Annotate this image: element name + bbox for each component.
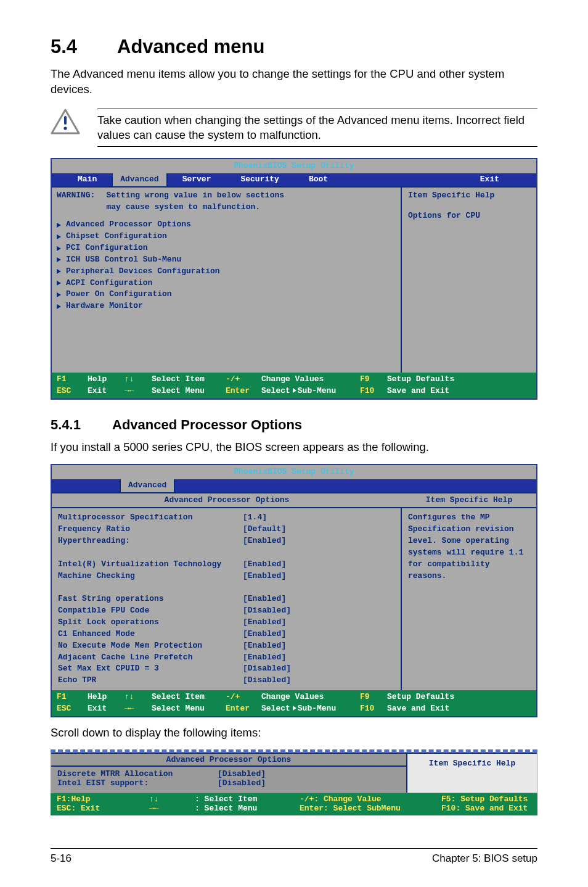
setting-row[interactable]: Intel(R) Virtualization Technology[Enabl… <box>58 559 394 571</box>
caution-icon <box>51 109 80 138</box>
warning-line1: Setting wrong value in below sections <box>106 191 284 200</box>
help-body: Configures the MP Specification revision… <box>402 507 536 690</box>
chapter-label: Chapter 5: BIOS setup <box>432 852 537 865</box>
settings-list: Discrete MTRR Allocation[Disabled] Intel… <box>51 765 406 793</box>
bios-title: PhoenixBIOS Setup Utility <box>52 159 536 173</box>
menu-item[interactable]: Chipset Configuration <box>57 231 396 242</box>
triangle-icon <box>293 388 296 393</box>
setting-row[interactable]: Adjacent Cache Line Prefetch[Enabled] <box>58 652 394 664</box>
help-title: Item Specific Help <box>402 492 536 508</box>
menu-item[interactable]: ICH USB Control Sub-Menu <box>57 254 396 266</box>
tab-server[interactable]: Server <box>168 173 226 186</box>
tab-advanced[interactable]: Advanced <box>112 173 167 186</box>
subsection-heading: 5.4.1Advanced Processor Options <box>51 417 537 433</box>
bios-footer: F1ESC HelpExit ↑↓→← Select ItemSelect Me… <box>52 690 536 716</box>
help-title: Item Specific Help <box>408 190 530 205</box>
setting-row[interactable]: Fast String operations[Enabled] <box>58 593 394 605</box>
help-title: Item Specific Help <box>407 753 537 793</box>
section-title: Advanced menu <box>117 36 264 57</box>
setting-row[interactable]: Intel EIST support:[Disabled] <box>57 778 400 788</box>
setting-row[interactable]: Echo TPR[Disabled] <box>58 675 394 687</box>
bios-help-panel: Item Specific Help Options for CPU <box>402 186 536 373</box>
setting-row[interactable]: Discrete MTRR Allocation[Disabled] <box>57 769 400 778</box>
help-body: Options for CPU <box>408 210 530 222</box>
triangle-icon <box>57 234 61 239</box>
caution-text: Take caution when changing the settings … <box>97 109 537 147</box>
setting-row[interactable]: Machine Checking[Enabled] <box>58 571 394 582</box>
setting-row[interactable]: Frequency Ratio[Default] <box>58 524 394 535</box>
panel-title: Advanced Processor Options <box>52 492 402 508</box>
bios-main-panel: WARNING: Setting wrong value in below se… <box>52 186 402 373</box>
section-heading: 5.4Advanced menu <box>51 36 537 58</box>
menu-item[interactable]: Advanced Processor Options <box>57 219 396 231</box>
page-number: 5-16 <box>51 852 71 865</box>
bios-title: PhoenixBIOS Setup Utility <box>52 465 536 479</box>
tab-exit[interactable]: Exit <box>465 173 536 186</box>
setting-row[interactable]: Hyperthreading:[Enabled] <box>58 535 394 547</box>
triangle-icon <box>293 706 296 711</box>
intro-text: The Advanced menu items allow you to cha… <box>51 67 537 97</box>
triangle-icon <box>57 223 61 228</box>
warning-line2: may cause system to malfunction. <box>106 202 260 212</box>
bios-screenshot-processor-options: PhoenixBIOS Setup Utility Advanced Advan… <box>51 464 537 717</box>
tab-security[interactable]: Security <box>226 173 293 186</box>
subsection-intro: If you install a 5000 series CPU, the BI… <box>51 440 537 454</box>
bios-footer: F1ESC HelpExit ↑↓→← Select ItemSelect Me… <box>52 373 536 398</box>
setting-row[interactable]: Split Lock operations[Enabled] <box>58 617 394 629</box>
bios-screenshot-scroll-continuation: Advanced Processor Options Discrete MTRR… <box>51 749 537 815</box>
subsection-title: Advanced Processor Options <box>112 417 302 432</box>
bios-tabs: Advanced <box>52 479 536 492</box>
tab-boot[interactable]: Boot <box>294 173 343 186</box>
setting-row[interactable]: No Execute Mode Mem Protection[Enabled] <box>58 640 394 652</box>
bios-tabs: Main Advanced Server Security Boot Exit <box>52 173 536 186</box>
menu-item[interactable]: PCI Configuration <box>57 242 396 254</box>
scroll-intro: Scroll down to display the following ite… <box>51 726 537 740</box>
bios-warning: WARNING: Setting wrong value in below se… <box>57 190 396 213</box>
setting-row[interactable]: Set Max Ext CPUID = 3[Disabled] <box>58 663 394 675</box>
menu-item[interactable]: ACPI Configuration <box>57 278 396 289</box>
panel-title: Advanced Processor Options <box>51 753 406 765</box>
tab-main[interactable]: Main <box>63 173 112 186</box>
triangle-icon <box>57 292 61 297</box>
section-number: 5.4 <box>51 36 117 58</box>
triangle-icon <box>57 246 61 251</box>
triangle-icon <box>57 269 61 274</box>
svg-point-2 <box>63 126 67 130</box>
setting-row[interactable]: C1 Enhanced Mode[Enabled] <box>58 629 394 640</box>
menu-item[interactable]: Hardware Monitor <box>57 300 396 312</box>
setting-row[interactable]: Multiprocessor Specification[1.4] <box>58 512 394 524</box>
triangle-icon <box>57 257 61 262</box>
page-footer: 5-16 Chapter 5: BIOS setup <box>51 848 537 865</box>
tab-advanced[interactable]: Advanced <box>120 479 175 492</box>
svg-rect-1 <box>64 116 67 125</box>
menu-item[interactable]: Peripheral Devices Configuration <box>57 266 396 278</box>
subsection-number: 5.4.1 <box>51 417 112 433</box>
caution-block: Take caution when changing the settings … <box>51 109 537 147</box>
menu-item[interactable]: Power On Configuration <box>57 289 396 300</box>
settings-list: Multiprocessor Specification[1.4] Freque… <box>52 507 402 690</box>
setting-row[interactable]: Compatible FPU Code[Disabled] <box>58 605 394 617</box>
triangle-icon <box>57 304 61 309</box>
triangle-icon <box>57 281 61 286</box>
bios-screenshot-advanced-menu: PhoenixBIOS Setup Utility Main Advanced … <box>51 158 537 400</box>
bios-footer: F1:HelpESC: Exit ↑↓→← : Select Item: Sel… <box>51 793 537 815</box>
warning-label: WARNING: <box>57 190 95 213</box>
